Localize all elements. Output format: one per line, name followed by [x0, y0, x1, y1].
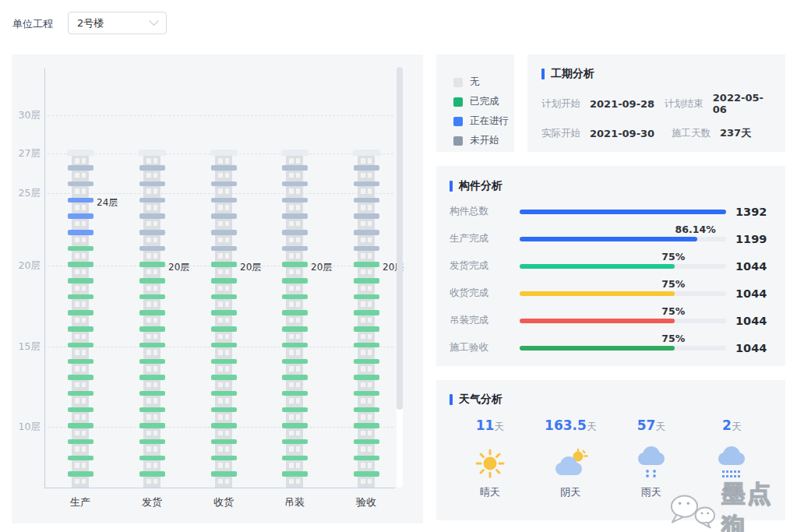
floor-window — [361, 382, 365, 388]
building-floor — [133, 439, 171, 456]
floor-wall — [143, 186, 160, 197]
floor-wall — [72, 477, 89, 488]
floor-window — [75, 270, 79, 275]
building-floor — [276, 213, 313, 230]
floor-window — [153, 431, 158, 436]
floor-wall — [72, 396, 89, 407]
floor-window — [75, 318, 79, 323]
building-column-收货 — [205, 150, 242, 488]
building-floor — [276, 246, 313, 262]
floor-wall — [143, 299, 160, 310]
floor-window — [82, 301, 86, 307]
component-percent-label: 75% — [661, 333, 685, 344]
weather-days-number: 11 — [476, 417, 495, 433]
building-floor — [276, 456, 313, 472]
floor-window — [368, 479, 372, 484]
chart-scrollbar-track[interactable] — [397, 67, 403, 488]
schedule-cell: 实际开始2021-09-30 — [541, 127, 672, 140]
building-floor — [276, 150, 313, 166]
floor-window — [153, 205, 158, 210]
floor-window — [361, 463, 365, 468]
building-floor — [276, 391, 313, 407]
floor-window — [225, 158, 230, 164]
floor-wall — [143, 477, 160, 488]
floor-wall — [358, 267, 375, 278]
schedule-field-label: 实际开始 — [541, 127, 590, 140]
floor-wall — [72, 203, 89, 213]
floor-window — [153, 270, 158, 275]
legend-item-none[interactable]: 无 — [453, 72, 514, 92]
weather-days-unit: 天 — [587, 421, 597, 432]
floor-window — [289, 270, 294, 275]
building-floor — [205, 423, 242, 439]
floor-window — [75, 382, 79, 388]
floor-wall — [215, 347, 232, 358]
floor-wall — [358, 477, 375, 488]
floor-window — [361, 479, 365, 484]
floor-window — [146, 173, 151, 178]
component-bar-track: 75% — [520, 346, 726, 351]
x-axis-label-吊装: 吊装 — [271, 495, 318, 509]
building-floor — [347, 213, 385, 230]
floor-wall — [358, 444, 375, 455]
building-floor — [205, 262, 242, 278]
floor-wall — [215, 477, 232, 488]
floor-wall — [215, 186, 232, 197]
floor-window — [361, 334, 365, 340]
building-floor — [347, 423, 385, 439]
building-floor — [62, 278, 99, 294]
floor-wall — [358, 251, 375, 262]
chart-scrollbar-thumb[interactable] — [397, 67, 403, 410]
status-legend-panel: 无已完成正在进行未开始 — [436, 55, 514, 152]
floor-wall — [286, 251, 303, 262]
building-floor — [347, 471, 385, 488]
floor-window — [368, 221, 372, 227]
floor-window — [296, 286, 301, 291]
floor-window — [82, 270, 86, 275]
floor-window — [225, 253, 230, 259]
building-floor — [276, 439, 313, 456]
building-floor — [133, 456, 171, 472]
building-select-dropdown[interactable]: 2号楼 — [68, 12, 167, 34]
floor-window — [361, 158, 365, 164]
building-floor — [62, 375, 99, 391]
building-floor — [133, 471, 171, 488]
floor-window — [361, 398, 365, 403]
floor-window — [146, 188, 151, 194]
legend-item-completed[interactable]: 已完成 — [453, 92, 514, 111]
component-row: 收货完成75%1044 — [450, 280, 772, 307]
floor-window — [218, 463, 223, 468]
floor-window — [368, 446, 372, 452]
floor-window — [218, 221, 223, 227]
component-value: 1044 — [735, 287, 767, 300]
building-floor — [276, 343, 313, 359]
floor-window — [218, 270, 223, 275]
floor-window — [296, 446, 301, 452]
building-floor — [133, 165, 171, 181]
component-value: 1044 — [735, 342, 767, 354]
floor-wall — [72, 412, 89, 423]
floor-window — [82, 158, 86, 164]
building-floor — [347, 262, 385, 278]
building-floor — [276, 407, 313, 424]
floor-window — [368, 366, 372, 372]
building-floor — [62, 150, 99, 166]
floor-window — [296, 253, 301, 259]
building-floor — [133, 423, 171, 439]
floor-wall — [286, 315, 303, 326]
floor-wall — [286, 332, 303, 343]
floor-window — [361, 350, 365, 355]
y-axis-line — [44, 69, 45, 488]
component-value: 1392 — [735, 206, 767, 218]
floor-window — [361, 221, 365, 227]
legend-item-not_started[interactable]: 未开始 — [453, 131, 514, 150]
floor-wall — [215, 444, 232, 455]
floor-window — [218, 334, 223, 340]
floor-window — [75, 446, 79, 452]
building-column-吊装 — [276, 150, 313, 488]
floor-window — [218, 188, 223, 194]
floor-window — [146, 253, 151, 259]
floor-wall — [358, 156, 375, 165]
floor-window — [146, 270, 151, 275]
legend-item-in_progress[interactable]: 正在进行 — [453, 111, 514, 131]
